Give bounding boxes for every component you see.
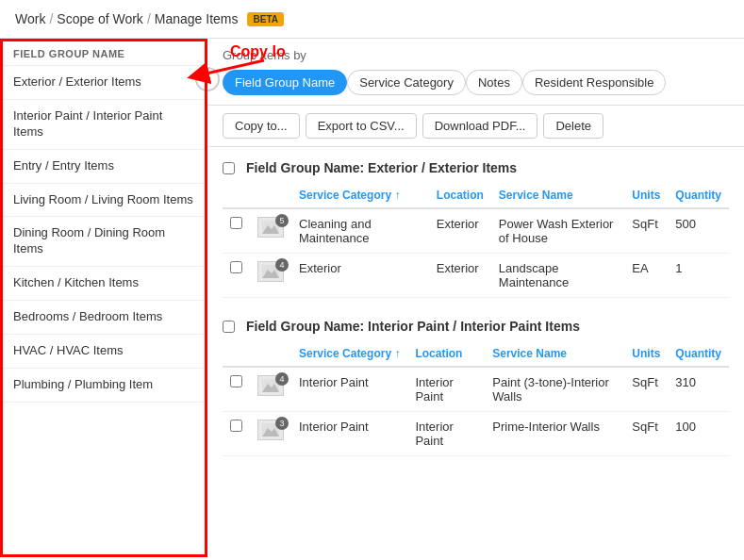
table-row: 5Cleaning and MaintenanceExteriorPower W… xyxy=(223,208,729,254)
breadcrumb-work[interactable]: Work xyxy=(15,11,45,26)
cell-units-1-0: SqFt xyxy=(624,367,668,412)
sidebar-item-8[interactable]: Plumbing / Plumbing Item xyxy=(0,369,207,403)
cell-location-0-0: Exterior xyxy=(429,208,491,254)
cell-quantity-0-0: 500 xyxy=(668,208,729,254)
group-btn-resident-responsible[interactable]: Resident Responsible xyxy=(522,70,666,95)
section-heading-text-0: Field Group Name: Exterior / Exterior It… xyxy=(246,160,517,175)
section-checkbox-0[interactable] xyxy=(223,162,235,174)
cell-service_category-0-0: Cleaning and Maintenance xyxy=(291,208,429,254)
section-heading-text-1: Field Group Name: Interior Paint / Inter… xyxy=(246,319,580,334)
section-heading-0: Field Group Name: Exterior / Exterior It… xyxy=(223,147,729,183)
table-row: 3Interior PaintInterior PaintPrime-Inter… xyxy=(223,412,729,456)
cell-location-1-1: Interior Paint xyxy=(407,412,485,456)
section-heading-1: Field Group Name: Interior Paint / Inter… xyxy=(223,305,729,341)
table-area: Field Group Name: Exterior / Exterior It… xyxy=(207,147,744,557)
row-badge-1-1: 3 xyxy=(275,417,289,430)
action-bar: Copy to... Export to CSV... Download PDF… xyxy=(207,106,744,147)
cell-units-0-1: EA xyxy=(624,254,668,298)
sidebar: FIELD GROUP NAME ‹ Exterior / Exterior I… xyxy=(0,39,207,557)
beta-badge: BETA xyxy=(247,12,283,26)
row-badge-1-0: 4 xyxy=(275,372,289,386)
cell-service_category-0-1: Exterior xyxy=(291,254,429,298)
download-pdf-button[interactable]: Download PDF... xyxy=(422,113,538,139)
sidebar-item-2[interactable]: Entry / Entry Items xyxy=(0,150,207,184)
group-btn-notes[interactable]: Notes xyxy=(466,70,522,95)
copy-to-button[interactable]: Copy to... xyxy=(223,113,300,139)
sidebar-collapse-button[interactable]: ‹ xyxy=(195,67,220,91)
section-table-0: Service CategoryLocationService NameUnit… xyxy=(223,183,729,298)
section-table-1: Service CategoryLocationService NameUnit… xyxy=(223,341,729,456)
row-checkbox-0-1[interactable] xyxy=(230,261,242,273)
cell-quantity-0-1: 1 xyxy=(668,254,729,298)
sidebar-header: FIELD GROUP NAME xyxy=(0,39,207,66)
delete-button[interactable]: Delete xyxy=(543,113,603,139)
cell-service_name-1-1: Prime-Interior Walls xyxy=(485,412,624,456)
table-row: 4Interior PaintInterior PaintPaint (3-to… xyxy=(223,367,729,412)
row-checkbox-1-1[interactable] xyxy=(230,420,242,432)
sidebar-item-1[interactable]: Interior Paint / Interior Paint Items xyxy=(0,100,207,150)
table-row: 4ExteriorExteriorLandscape MaintenanceEA… xyxy=(223,254,729,298)
main-content: Group Items by Field Group NameService C… xyxy=(207,39,744,557)
sidebar-item-3[interactable]: Living Room / Living Room Items xyxy=(0,184,207,218)
cell-service_category-1-0: Interior Paint xyxy=(291,367,407,412)
cell-service_name-0-1: Landscape Maintenance xyxy=(491,254,624,298)
export-csv-button[interactable]: Export to CSV... xyxy=(306,113,417,139)
row-image-0-0: 5 xyxy=(257,217,284,238)
col-header-units: Units xyxy=(624,341,668,367)
row-image-0-1: 4 xyxy=(257,261,284,282)
cell-quantity-1-0: 310 xyxy=(668,367,729,412)
cell-service_name-0-0: Power Wash Exterior of House xyxy=(491,208,624,254)
sidebar-item-7[interactable]: HVAC / HVAC Items xyxy=(0,335,207,369)
col-header-quantity: Quantity xyxy=(668,183,729,208)
breadcrumb: Work / Scope of Work / Manage Items BETA xyxy=(0,0,744,39)
row-checkbox-0-0[interactable] xyxy=(230,217,242,229)
group-btn-service-category[interactable]: Service Category xyxy=(347,70,466,95)
col-header-quantity: Quantity xyxy=(668,341,729,367)
cell-service_name-1-0: Paint (3-tone)-Interior Walls xyxy=(485,367,624,412)
cell-units-1-1: SqFt xyxy=(624,412,668,456)
sidebar-item-5[interactable]: Kitchen / Kitchen Items xyxy=(0,267,207,301)
col-header-location: Location xyxy=(429,183,491,208)
row-badge-0-1: 4 xyxy=(275,258,289,272)
sidebar-item-6[interactable]: Bedrooms / Bedroom Items xyxy=(0,301,207,335)
breadcrumb-scope[interactable]: Scope of Work xyxy=(57,11,143,26)
col-header-units: Units xyxy=(624,183,668,208)
sidebar-item-4[interactable]: Dining Room / Dining Room Items xyxy=(0,217,207,267)
sidebar-item-0[interactable]: Exterior / Exterior Items xyxy=(0,66,207,100)
row-image-1-1: 3 xyxy=(257,420,284,440)
cell-location-1-0: Interior Paint xyxy=(407,367,485,412)
col-header-service_category[interactable]: Service Category xyxy=(291,341,407,367)
group-by-label: Group Items by xyxy=(223,48,306,62)
group-by-bar: Group Items by Field Group NameService C… xyxy=(207,39,744,106)
chevron-left-icon: ‹ xyxy=(206,73,209,86)
col-header-service_category[interactable]: Service Category xyxy=(291,183,429,208)
section-checkbox-1[interactable] xyxy=(223,321,235,333)
row-checkbox-1-0[interactable] xyxy=(230,375,242,387)
col-header-service_name: Service Name xyxy=(491,183,624,208)
cell-quantity-1-1: 100 xyxy=(668,412,729,456)
row-image-1-0: 4 xyxy=(257,375,284,396)
cell-units-0-0: SqFt xyxy=(624,208,668,254)
row-badge-0-0: 5 xyxy=(275,214,289,227)
col-header-location: Location xyxy=(407,341,485,367)
group-btn-field-group-name[interactable]: Field Group Name xyxy=(223,70,347,95)
table-sections: Field Group Name: Exterior / Exterior It… xyxy=(223,147,729,456)
sidebar-items-list: Exterior / Exterior ItemsInterior Paint … xyxy=(0,66,207,403)
cell-service_category-1-1: Interior Paint xyxy=(291,412,407,456)
breadcrumb-manage: Manage Items xyxy=(155,11,239,26)
group-buttons: Field Group NameService CategoryNotesRes… xyxy=(223,70,666,95)
col-header-service_name: Service Name xyxy=(485,341,624,367)
cell-location-0-1: Exterior xyxy=(429,254,491,298)
